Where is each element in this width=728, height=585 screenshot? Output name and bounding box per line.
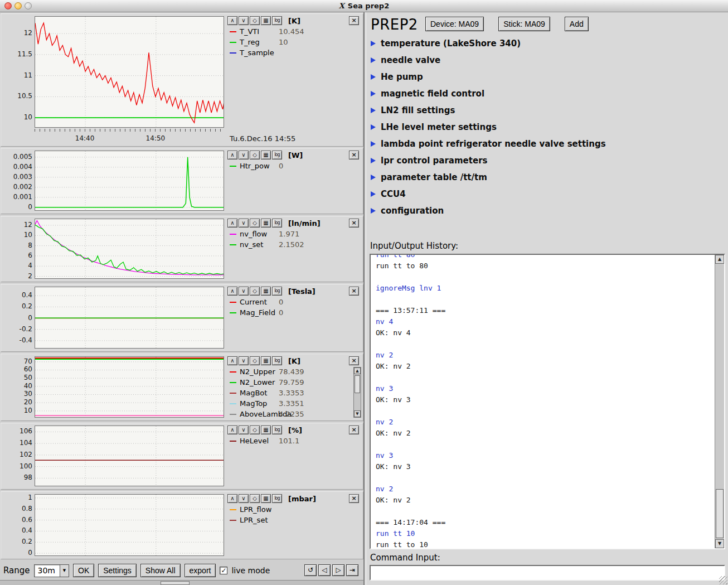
close-plot-button[interactable]: × — [349, 151, 359, 159]
jump-latest-button[interactable]: ⇥ — [346, 564, 358, 576]
section-ln2-fill-settings[interactable]: LN2 fill settings — [371, 105, 455, 116]
plot-area[interactable] — [35, 426, 224, 486]
close-plot-button[interactable]: × — [349, 287, 359, 296]
autoscale-button[interactable]: ◇ — [250, 494, 260, 503]
plot-area[interactable] — [35, 287, 224, 349]
ok-button[interactable]: OK — [73, 564, 94, 577]
titlebar[interactable]: XSea prep2 — [0, 0, 728, 12]
history-scrollbar[interactable]: ▲ ▼ — [715, 255, 724, 548]
add-button[interactable]: Add — [565, 17, 589, 31]
zoom-out-y-button[interactable]: ∨ — [239, 287, 249, 296]
log-scale-button[interactable]: log — [272, 287, 282, 296]
grid-toggle-button[interactable]: ▦ — [261, 16, 271, 25]
close-plot-button[interactable]: × — [349, 356, 359, 365]
expand-triangle-icon[interactable] — [371, 74, 376, 80]
history-blank-line — [376, 472, 710, 484]
autoscale-button[interactable]: ◇ — [250, 356, 260, 365]
expand-triangle-icon[interactable] — [371, 175, 376, 180]
section-lambda-point-refrigerator-needle-valve-settings[interactable]: lambda point refrigerator needle valve s… — [371, 138, 606, 149]
resize-grip[interactable] — [719, 576, 727, 584]
scroll-down-icon[interactable]: ▼ — [715, 539, 724, 548]
command-input-field[interactable] — [370, 565, 725, 581]
settings-button[interactable]: Settings — [98, 564, 137, 577]
expand-triangle-icon[interactable] — [371, 208, 376, 214]
plot-area[interactable] — [35, 151, 224, 211]
log-scale-button[interactable]: log — [272, 16, 282, 25]
grid-toggle-button[interactable]: ▦ — [261, 356, 271, 365]
expand-triangle-icon[interactable] — [371, 41, 376, 46]
close-plot-button[interactable]: × — [349, 426, 359, 434]
log-scale-button[interactable]: log — [272, 494, 282, 503]
scrollbar-thumb[interactable] — [355, 375, 360, 393]
zoom-in-y-button[interactable]: ∧ — [227, 426, 237, 434]
zoom-out-y-button[interactable]: ∨ — [239, 219, 249, 228]
log-scale-button[interactable]: log — [272, 219, 282, 228]
section-magnetic-field-control[interactable]: magnetic field control — [371, 88, 484, 99]
zoom-out-y-button[interactable]: ∨ — [239, 151, 249, 159]
section-lpr-control-parameters[interactable]: lpr control parameters — [371, 155, 487, 166]
chevron-down-icon[interactable]: ▼ — [60, 565, 69, 577]
plot-area[interactable] — [35, 219, 224, 279]
range-select[interactable]: 30m ▼ — [34, 564, 69, 577]
section-ccu4[interactable]: CCU4 — [371, 188, 406, 200]
grid-toggle-button[interactable]: ▦ — [261, 151, 271, 159]
zoom-in-y-button[interactable]: ∧ — [227, 494, 237, 503]
legend-scrollbar[interactable]: ▲▼ — [353, 367, 361, 418]
scroll-down-icon[interactable]: ▼ — [354, 410, 361, 417]
scroll-up-icon[interactable]: ▲ — [354, 368, 361, 374]
expand-triangle-icon[interactable] — [371, 141, 376, 147]
show-all-button[interactable]: Show All — [140, 564, 181, 577]
expand-triangle-icon[interactable] — [371, 108, 376, 113]
log-scale-button[interactable]: log — [272, 356, 282, 365]
section-parameter-table-tt-tm[interactable]: parameter table /tt/tm — [371, 172, 487, 183]
device-button[interactable]: Device: MA09 — [425, 17, 484, 31]
live-mode-checkbox[interactable]: ✓ — [220, 567, 227, 574]
replot-button[interactable]: ↺ — [304, 564, 317, 576]
plot-area[interactable] — [35, 494, 224, 556]
section-temperature-lakeshore-340[interactable]: temperature (LakeShore 340) — [371, 38, 521, 49]
section-configuration[interactable]: configuration — [371, 205, 444, 216]
scroll-up-icon[interactable]: ▲ — [715, 255, 724, 264]
expand-triangle-icon[interactable] — [371, 158, 376, 163]
stick-button[interactable]: Stick: MA09 — [498, 17, 550, 31]
zoom-in-y-button[interactable]: ∧ — [227, 287, 237, 296]
zoom-in-y-button[interactable]: ∧ — [227, 151, 237, 159]
zoom-in-y-button[interactable]: ∧ — [227, 219, 237, 228]
autoscale-button[interactable]: ◇ — [250, 219, 260, 228]
pan-right-button[interactable]: ▷ — [332, 564, 344, 576]
close-plot-button[interactable]: × — [349, 16, 359, 25]
io-history-box[interactable]: run tt 80run tt to 80 ignoreMsg lnv 1 ==… — [370, 254, 725, 549]
export-button[interactable]: export — [185, 564, 216, 577]
background-window-strip — [0, 580, 363, 585]
scrollbar-thumb[interactable] — [716, 489, 724, 538]
zoom-out-y-button[interactable]: ∨ — [239, 16, 249, 25]
autoscale-button[interactable]: ◇ — [250, 151, 260, 159]
section-needle-valve[interactable]: needle valve — [371, 55, 440, 66]
autoscale-button[interactable]: ◇ — [250, 16, 260, 25]
log-scale-button[interactable]: log — [272, 426, 282, 434]
plot-area[interactable] — [35, 356, 224, 418]
y-axis-tick-label: 104 — [2, 439, 32, 447]
section-he-pump[interactable]: He pump — [371, 71, 423, 83]
expand-triangle-icon[interactable] — [371, 191, 376, 197]
plot-area[interactable] — [35, 16, 224, 128]
autoscale-button[interactable]: ◇ — [250, 287, 260, 296]
zoom-in-y-button[interactable]: ∧ — [227, 16, 237, 25]
grid-toggle-button[interactable]: ▦ — [261, 494, 271, 503]
expand-triangle-icon[interactable] — [371, 57, 376, 63]
pan-left-button[interactable]: ◁ — [318, 564, 331, 576]
zoom-in-y-button[interactable]: ∧ — [227, 356, 237, 365]
zoom-out-y-button[interactable]: ∨ — [239, 494, 249, 503]
autoscale-button[interactable]: ◇ — [250, 426, 260, 434]
section-lhe-level-meter-settings[interactable]: LHe level meter settings — [371, 122, 497, 133]
zoom-out-y-button[interactable]: ∨ — [239, 356, 249, 365]
log-scale-button[interactable]: log — [272, 151, 282, 159]
expand-triangle-icon[interactable] — [371, 91, 376, 96]
grid-toggle-button[interactable]: ▦ — [261, 219, 271, 228]
grid-toggle-button[interactable]: ▦ — [261, 426, 271, 434]
zoom-out-y-button[interactable]: ∨ — [239, 426, 249, 434]
grid-toggle-button[interactable]: ▦ — [261, 287, 271, 296]
close-plot-button[interactable]: × — [349, 219, 359, 228]
close-plot-button[interactable]: × — [349, 494, 359, 503]
expand-triangle-icon[interactable] — [371, 124, 376, 130]
